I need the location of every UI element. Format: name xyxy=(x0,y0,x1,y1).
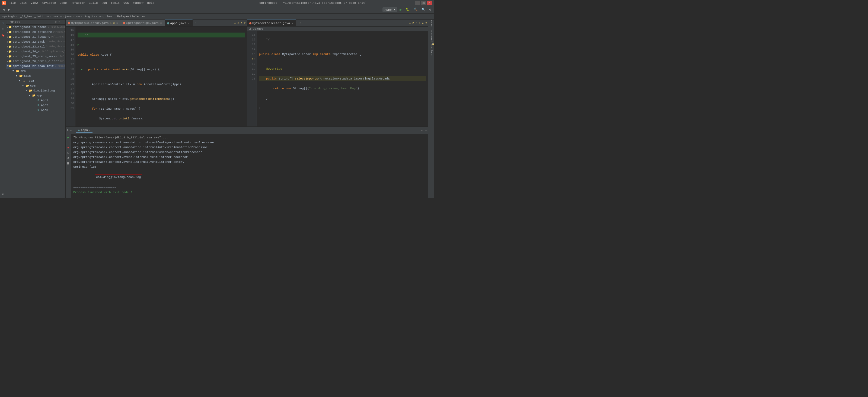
tree-item-25[interactable]: ▶ 📁 springboot_25_admin_server D:\DingJi… xyxy=(6,54,65,59)
run-config-selector[interactable]: App6 ▾ xyxy=(382,7,398,12)
close-icon[interactable]: ✕ xyxy=(291,22,294,25)
panel-options[interactable]: ⚙ ▾ xyxy=(55,20,60,24)
code-left[interactable]: */ ▶ public class App6 { ▶ public static… xyxy=(75,27,247,126)
close-button[interactable]: ✕ xyxy=(427,1,432,5)
window-controls: — ▭ ✕ xyxy=(415,1,432,5)
folder-icon: 📂 xyxy=(26,84,29,88)
folder-icon: 📁 xyxy=(8,35,12,39)
tab-springconfig6[interactable]: SpringConfig6.java ✕ xyxy=(121,20,165,27)
tree-item-dingjiaxiong[interactable]: ▼ 📂 dingjiaxiong xyxy=(6,88,65,93)
tree-item-main[interactable]: ▼ 📂 main xyxy=(6,73,65,79)
structure-icon[interactable]: ≡ xyxy=(0,27,6,32)
debug-button[interactable]: 🐛 xyxy=(404,7,411,12)
tree-item-27[interactable]: ▼ 📁 springboot_27_bean_init D:\DingJiaxi… xyxy=(6,64,65,69)
editor-warnings-right: ⚠ 2 ✓ 1 ∧ ∨ xyxy=(409,22,427,25)
code-right[interactable]: */ public class MyImportSelector impleme… xyxy=(257,31,428,126)
tree-item-app3[interactable]: ▶ C App3 xyxy=(6,108,65,113)
maven-icon[interactable]: Maven xyxy=(429,21,434,26)
bc-bean[interactable]: bean xyxy=(107,15,114,18)
tree-item-com[interactable]: ▼ 📂 com xyxy=(6,83,65,88)
run-button[interactable]: ▶ xyxy=(398,7,403,12)
tree-item-24[interactable]: ▶ 📁 springboot_24_mq D:\DingJiaxiong\Ide… xyxy=(6,49,65,54)
tree-item-app2[interactable]: ▶ C App2 xyxy=(6,103,65,108)
menu-file[interactable]: File xyxy=(7,1,18,5)
console-line-6: org.springframework.context.event.intern… xyxy=(73,159,426,164)
menu-run[interactable]: Run xyxy=(100,1,108,5)
menu-edit[interactable]: Edit xyxy=(18,1,28,5)
project-tree: ▶ 📁 springboot_19_cache D:\DingJiaxiong\… xyxy=(6,25,65,198)
right-code-area[interactable]: 11 12 13 14 15 16 17 18 19 20 */ public … xyxy=(247,31,428,126)
toolbar-back[interactable]: ◀ xyxy=(1,7,6,12)
search-button[interactable]: 🔍 xyxy=(420,7,427,12)
panel-collapse[interactable]: — xyxy=(62,21,64,24)
tree-item-java[interactable]: ▼ ☕ java xyxy=(6,79,65,83)
arrow-icon: ▼ xyxy=(16,74,19,77)
menu-window[interactable]: Window xyxy=(131,1,145,5)
menu-tools[interactable]: Tools xyxy=(109,1,121,5)
toolbar-forward[interactable]: ▶ xyxy=(7,7,12,12)
tree-item-22[interactable]: ▶ 📁 springboot_22_task D:\DingJiaxiong\I… xyxy=(6,39,65,44)
run-rerun-button[interactable]: ↻ xyxy=(66,151,70,155)
class-icon: C xyxy=(36,108,40,112)
settings-button[interactable]: ⚙ xyxy=(428,7,433,12)
terminal-icon[interactable]: ⌘ xyxy=(0,192,6,197)
tree-label: App1 xyxy=(41,99,48,102)
run-trash-button[interactable]: 🗑 xyxy=(66,161,70,165)
bookmark-icon[interactable]: 🔖 xyxy=(0,33,6,38)
tab-myimportselector-left[interactable]: MyImportSelector.java ⚠ 3 ✕ xyxy=(66,20,121,27)
menu-code[interactable]: Code xyxy=(58,1,68,5)
notifications-icon[interactable]: Notifications xyxy=(429,43,434,49)
tree-label: springboot_25_admin_server xyxy=(12,55,59,58)
run-play-button[interactable]: ▶ xyxy=(66,135,70,140)
arrow-icon: ▼ xyxy=(26,89,29,92)
bc-com[interactable]: com xyxy=(74,15,80,18)
console-exit-message: Process finished with exit code 0 xyxy=(73,190,426,195)
tree-path: D:\DingJiaxiong\IdeaProjects\Sprin xyxy=(48,26,65,29)
tree-item-26[interactable]: ▶ 📁 springboot_26_admin_client D:\DingJi… xyxy=(6,59,65,64)
menu-help[interactable]: Help xyxy=(146,1,156,5)
minimize-button[interactable]: — xyxy=(415,1,420,5)
folder-icon: 📁 xyxy=(8,50,12,54)
tree-item-app[interactable]: ▼ 📂 app xyxy=(6,93,65,98)
breadcrumb: springboot_27_bean_init › src › main › j… xyxy=(0,13,434,20)
menu-view[interactable]: View xyxy=(29,1,39,5)
run-tab-app6[interactable]: ▶ App6 ✕ xyxy=(76,128,92,133)
menu-vcs[interactable]: VCS xyxy=(122,1,130,5)
left-tab-bar: MyImportSelector.java ⚠ 3 ✕ SpringConfig… xyxy=(66,20,247,27)
menu-build[interactable]: Build xyxy=(87,1,99,5)
folder-icon: 📁 xyxy=(8,30,12,34)
bc-java[interactable]: java xyxy=(65,15,72,18)
left-code-area[interactable]: 15 16 17 18 19 20 21 22 23 24 25 26 27 2… xyxy=(66,27,247,126)
run-settings-button[interactable]: ⚙ xyxy=(66,156,70,160)
tree-item-19[interactable]: ▶ 📁 springboot_19_cache D:\DingJiaxiong\… xyxy=(6,25,65,30)
left-editor-pane: MyImportSelector.java ⚠ 3 ✕ SpringConfig… xyxy=(66,20,247,126)
tree-item-23[interactable]: ▶ 📁 springboot_23_mail D:\DingJiaxiong\I… xyxy=(6,44,65,49)
run-stop-button[interactable]: ■ xyxy=(66,146,70,150)
bc-root[interactable]: springboot_27_bean_init xyxy=(2,15,43,18)
close-icon[interactable]: ✕ xyxy=(116,22,119,25)
build-button[interactable]: 🔨 xyxy=(412,7,420,12)
console-line-1: "D:\Program Files\Java\jdk1.8.0_333\bin\… xyxy=(73,135,426,140)
tree-item-src[interactable]: ▼ 📂 src xyxy=(6,69,65,73)
menu-refactor[interactable]: Refactor xyxy=(69,1,87,5)
tree-item-20[interactable]: ▶ 📁 springboot_20_jetcache D:\DingJiaxio… xyxy=(6,30,65,34)
run-up-button[interactable]: ↑ xyxy=(66,140,70,145)
menu-navigate[interactable]: Navigate xyxy=(40,1,58,5)
close-icon[interactable]: ✕ xyxy=(187,22,190,25)
tree-item-21[interactable]: ▶ 📁 springboot_21_j2cache D:\DingJiaxion… xyxy=(6,34,65,39)
bc-src[interactable]: src xyxy=(46,15,52,18)
bc-main[interactable]: main xyxy=(55,15,62,18)
close-icon[interactable]: ✕ xyxy=(89,129,90,132)
tab-myimportselector-right[interactable]: MyImportSelector.java ✕ xyxy=(247,20,297,27)
tab-more-button[interactable]: ⋮ xyxy=(193,21,199,25)
tab-more-button[interactable]: ⋮ xyxy=(297,21,304,25)
panel-minimize-icon[interactable]: — xyxy=(425,129,427,132)
close-icon[interactable]: ✕ xyxy=(160,22,162,25)
tab-app6[interactable]: App6.java ✕ xyxy=(165,20,193,27)
settings-icon[interactable]: ⚙ xyxy=(421,129,423,132)
tree-item-app1[interactable]: ▶ C App1 xyxy=(6,98,65,103)
bc-dingjiaxiong[interactable]: dingjiaxiong xyxy=(83,15,104,18)
maximize-button[interactable]: ▭ xyxy=(421,1,426,5)
arrow-icon: ▼ xyxy=(12,70,16,72)
project-icon[interactable]: P xyxy=(0,21,6,26)
